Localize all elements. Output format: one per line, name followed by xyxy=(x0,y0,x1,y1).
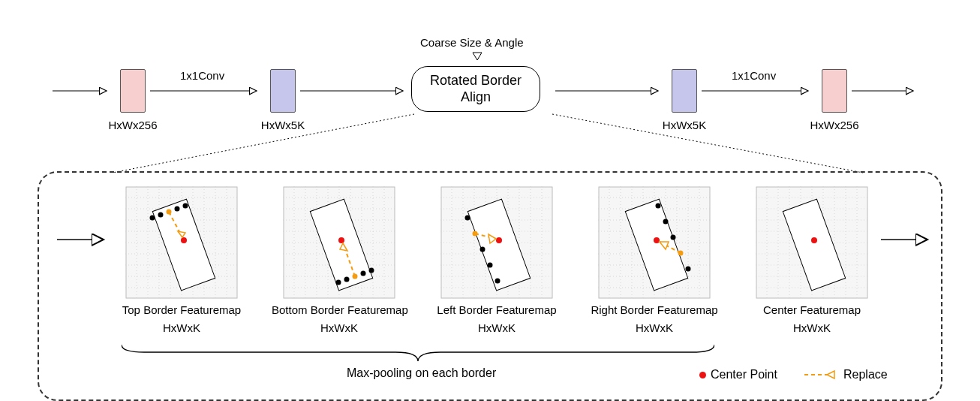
tile-left-svg xyxy=(440,186,553,299)
tile5-dim: HxWxK xyxy=(744,321,879,335)
svg-point-111 xyxy=(656,204,661,209)
legend-replace-text: Replace xyxy=(843,368,888,381)
tile-bottom-border: Bottom Border Featuremap HxWxK xyxy=(272,186,407,335)
exp-arrow-out xyxy=(881,233,933,246)
diagram-stage: HxWx256 1x1Conv HxWx5K Coarse Size & Ang… xyxy=(23,23,957,378)
svg-line-7 xyxy=(552,114,863,173)
tile5-title: Center Featuremap xyxy=(744,303,879,317)
exp-arrow-in xyxy=(57,233,110,246)
tile-top-border: Top Border Featuremap HxWxK xyxy=(114,186,249,335)
svg-point-33 xyxy=(175,207,180,212)
svg-point-88 xyxy=(495,279,501,284)
svg-point-84 xyxy=(465,216,470,221)
svg-point-35 xyxy=(181,237,187,243)
tile-top-svg xyxy=(125,186,238,299)
red-dot-icon xyxy=(699,372,706,378)
legend-replace: Replace xyxy=(804,368,888,381)
tile3-title: Left Border Featuremap xyxy=(429,303,564,317)
tile1-title: Top Border Featuremap xyxy=(114,303,249,317)
tile-bottom-svg xyxy=(283,186,395,299)
svg-point-30 xyxy=(150,216,155,221)
svg-point-116 xyxy=(654,237,660,243)
legend-center-point: Center Point xyxy=(699,368,777,381)
tile-center-svg xyxy=(756,186,868,299)
svg-point-138 xyxy=(811,237,817,243)
svg-point-57 xyxy=(336,280,341,285)
svg-point-58 xyxy=(344,277,350,282)
svg-point-115 xyxy=(686,267,691,272)
tile2-dim: HxWxK xyxy=(272,321,407,335)
tile4-dim: HxWxK xyxy=(587,321,722,335)
svg-point-87 xyxy=(488,263,493,268)
expansion-box: Top Border Featuremap HxWxK Bottom Borde… xyxy=(38,171,942,401)
svg-point-113 xyxy=(671,235,676,240)
svg-point-61 xyxy=(369,268,374,273)
tile1-dim: HxWxK xyxy=(114,321,249,335)
replace-arrow-icon xyxy=(804,369,839,380)
svg-point-62 xyxy=(338,237,344,243)
svg-point-112 xyxy=(663,219,669,225)
tile-right-svg xyxy=(598,186,711,299)
tile2-title: Bottom Border Featuremap xyxy=(272,303,407,317)
svg-point-31 xyxy=(158,213,164,218)
svg-point-89 xyxy=(496,237,502,243)
tile-right-border: Right Border Featuremap HxWxK xyxy=(587,186,722,335)
tile-left-border: Left Border Featuremap HxWxK xyxy=(429,186,564,335)
svg-point-34 xyxy=(183,204,188,209)
maxpool-label: Max-pooling on each border xyxy=(347,366,496,380)
legend-center-text: Center Point xyxy=(711,368,777,381)
tile3-dim: HxWxK xyxy=(429,321,564,335)
svg-line-6 xyxy=(113,114,414,173)
svg-point-60 xyxy=(361,271,366,276)
tile-center: Center Featuremap HxWxK xyxy=(744,186,879,335)
tile4-title: Right Border Featuremap xyxy=(587,303,722,317)
svg-point-86 xyxy=(480,247,485,252)
brace-icon xyxy=(122,342,714,364)
